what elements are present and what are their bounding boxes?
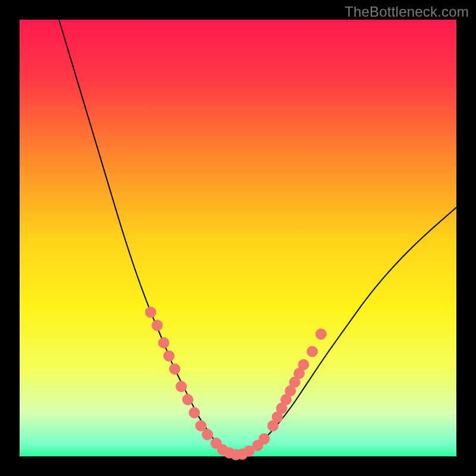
data-marker (196, 421, 206, 431)
data-marker (183, 394, 193, 405)
data-marker (307, 346, 318, 357)
chart-svg (20, 20, 456, 456)
bottleneck-curve (59, 20, 456, 455)
data-marker (152, 320, 162, 331)
data-marker (298, 359, 309, 370)
data-marker (189, 408, 200, 418)
data-marker (176, 381, 187, 392)
data-marker (164, 350, 174, 361)
data-marker (145, 307, 156, 318)
plot-area (20, 20, 456, 456)
data-marker (158, 337, 169, 348)
data-marker (316, 329, 327, 340)
data-marker (202, 429, 213, 440)
outer-frame: TheBottleneck.com (0, 0, 476, 476)
data-marker (170, 364, 180, 374)
data-marker (259, 434, 270, 444)
data-markers (145, 307, 326, 460)
watermark-text: TheBottleneck.com (345, 4, 469, 20)
